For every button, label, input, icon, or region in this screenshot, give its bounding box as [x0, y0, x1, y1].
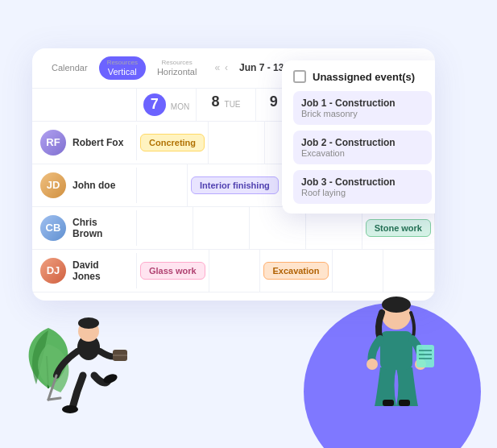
header-empty	[32, 89, 137, 121]
avatar-david-jones: DJ	[40, 258, 66, 284]
dropdown-panel: Unassigned event(s) Job 1 - Construction…	[282, 60, 435, 214]
dropdown-item-1-sub: Excavation	[301, 148, 424, 158]
day-name-mon: MON	[171, 102, 189, 111]
dropdown-item-0-sub: Brick masonry	[301, 109, 424, 118]
prev-prev-button[interactable]: «	[213, 60, 222, 75]
event-cell-dj-wed: Excavation	[260, 250, 332, 292]
event-cell-dj-tue	[209, 250, 261, 292]
resource-chris-brown: CB Chris Brown	[32, 210, 137, 246]
svg-rect-9	[380, 331, 412, 370]
event-cell-dj-fri	[383, 250, 435, 292]
svg-line-7	[48, 375, 56, 400]
day-num-7: 7	[143, 93, 166, 116]
svg-point-11	[382, 297, 411, 313]
event-glass-work[interactable]: Glass work	[140, 262, 205, 280]
header-mon: 7 MON	[137, 89, 197, 121]
name-chris-brown: Chris Brown	[72, 217, 128, 239]
name-robert-fox: Robert Fox	[72, 137, 123, 148]
header-tue: 8 TUE	[197, 89, 256, 121]
tab-resources-vertical-top: Resources	[107, 60, 138, 67]
event-excavation[interactable]: Excavation	[263, 262, 328, 280]
dropdown-item-2[interactable]: Job 3 - Construction Roof laying	[293, 170, 432, 204]
event-cell-jd-tue: Interior finishing	[188, 164, 283, 206]
resource-john-doe: JD John doe	[32, 168, 137, 203]
avatar-john-doe: JD	[40, 172, 66, 198]
name-john-doe: John doe	[72, 180, 115, 191]
dropdown-header: Unassigned event(s)	[293, 70, 432, 83]
event-cell-rf-mon: Concreting	[137, 122, 209, 164]
svg-rect-15	[399, 400, 410, 406]
dropdown-item-2-title: Job 3 - Construction	[301, 176, 424, 188]
prev-button[interactable]: ‹	[223, 60, 230, 75]
calendar-card: Calendar Resources Vertical Resources Ho…	[32, 48, 435, 301]
day-num-8: 8	[211, 93, 219, 110]
svg-point-12	[367, 359, 378, 370]
resource-robert-fox: RF Robert Fox	[32, 125, 137, 160]
resource-david-jones: DJ David Jones	[32, 253, 137, 288]
row-david-jones: DJ David Jones Glass work Excavation	[32, 250, 435, 292]
event-cell-cb-mon	[137, 207, 193, 249]
event-cell-rf-tue	[209, 122, 265, 164]
event-cell-cb-tue	[193, 207, 250, 249]
avatar-chris-brown: CB	[40, 215, 66, 241]
day-num-9: 9	[270, 93, 278, 110]
tab-resources-vertical[interactable]: Resources Vertical	[99, 56, 146, 80]
tab-calendar[interactable]: Calendar	[43, 60, 96, 76]
tab-resources-horizontal-top: Resources	[162, 60, 193, 67]
dropdown-item-1-title: Job 2 - Construction	[301, 137, 424, 148]
unassigned-checkbox[interactable]	[293, 70, 306, 83]
dropdown-item-2-sub: Roof laying	[301, 188, 424, 197]
nav-arrows: « ‹	[213, 60, 230, 75]
event-cell-dj-thu	[333, 250, 384, 292]
character-left	[44, 311, 133, 424]
dropdown-item-0-title: Job 1 - Construction	[301, 97, 424, 109]
avatar-robert-fox: RF	[40, 130, 66, 156]
dropdown-item-0[interactable]: Job 1 - Construction Brick masonry	[293, 91, 432, 125]
svg-rect-14	[383, 400, 394, 406]
svg-point-5	[62, 405, 78, 413]
event-interior-finishing[interactable]: Interior finishing	[191, 176, 279, 194]
event-cell-jd-mon	[137, 164, 188, 206]
svg-line-8	[48, 398, 60, 400]
tab-resources-horizontal-bottom: Horizontal	[157, 67, 197, 77]
tab-resources-vertical-bottom: Vertical	[108, 67, 137, 77]
event-concreting[interactable]: Concreting	[140, 134, 205, 151]
tab-resources-horizontal[interactable]: Resources Horizontal	[149, 56, 205, 80]
character-right	[352, 287, 441, 408]
dropdown-item-1[interactable]: Job 2 - Construction Excavation	[293, 131, 432, 164]
event-cell-dj-mon: Glass work	[137, 250, 209, 292]
event-stone-work[interactable]: Stone work	[366, 219, 431, 237]
svg-point-2	[78, 317, 99, 329]
svg-rect-16	[416, 345, 434, 367]
dropdown-title: Unassigned event(s)	[313, 71, 415, 83]
name-david-jones: David Jones	[72, 259, 128, 282]
day-name-tue: TUE	[225, 99, 241, 108]
